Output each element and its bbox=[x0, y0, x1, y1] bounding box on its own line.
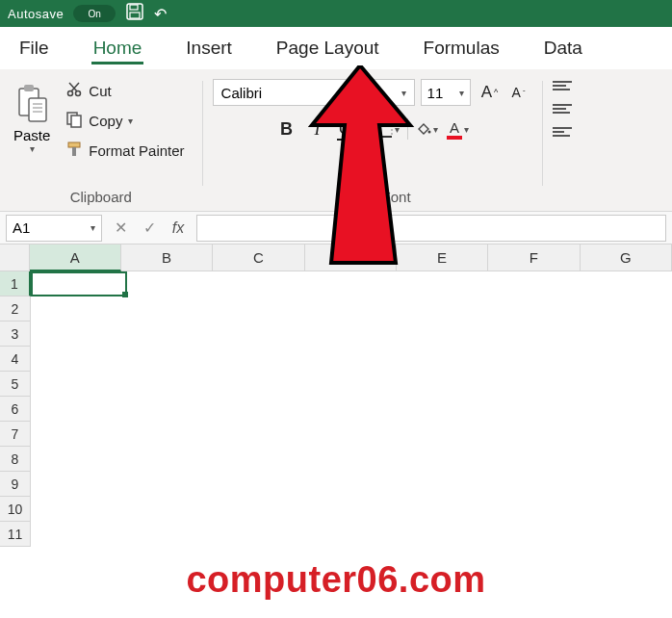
row-header[interactable]: 1 bbox=[0, 271, 31, 296]
row-header[interactable]: 2 bbox=[0, 296, 31, 322]
column-header[interactable]: B bbox=[121, 245, 213, 271]
row-header[interactable]: 8 bbox=[0, 447, 31, 472]
tab-file[interactable]: File bbox=[17, 32, 51, 64]
column-header[interactable]: E bbox=[397, 245, 488, 271]
svg-point-19 bbox=[428, 131, 431, 134]
copy-button[interactable]: Copy ▾ bbox=[60, 109, 190, 133]
paste-icon bbox=[15, 85, 48, 123]
format-painter-icon bbox=[65, 141, 83, 161]
row-header[interactable]: 5 bbox=[0, 372, 31, 397]
svg-rect-17 bbox=[376, 121, 392, 137]
chevron-down-icon: ▾ bbox=[355, 124, 360, 135]
ribbon-tabs: File Home Insert Page Layout Formulas Da… bbox=[0, 27, 672, 69]
row-headers: 1234567891011 bbox=[0, 271, 31, 547]
column-header[interactable]: G bbox=[581, 245, 672, 271]
worksheet: ABCDEFG 1234567891011 bbox=[0, 245, 672, 547]
tab-home[interactable]: Home bbox=[91, 32, 144, 64]
formula-bar: A1 ▾ ✕ ✓ fx bbox=[0, 212, 672, 245]
tab-formulas[interactable]: Formulas bbox=[422, 32, 502, 64]
row-header[interactable]: 3 bbox=[0, 322, 31, 347]
font-color-button[interactable]: A ▾ bbox=[445, 116, 472, 142]
separator bbox=[407, 118, 408, 140]
paste-button[interactable]: Paste ▾ bbox=[8, 75, 56, 163]
autosave-label: Autosave bbox=[8, 7, 64, 21]
chevron-down-icon: ▾ bbox=[401, 88, 406, 98]
column-header[interactable]: F bbox=[488, 245, 580, 271]
font-group-label: Font bbox=[251, 189, 542, 205]
align-top-button[interactable] bbox=[553, 81, 578, 98]
svg-rect-2 bbox=[130, 13, 140, 18]
svg-rect-14 bbox=[71, 116, 81, 127]
font-name-selector[interactable]: Calibri ▾ bbox=[213, 79, 415, 106]
autosave-toggle[interactable]: On bbox=[73, 5, 116, 22]
watermark-text: computer06.com bbox=[0, 559, 672, 601]
cancel-button[interactable]: ✕ bbox=[106, 215, 135, 242]
column-header[interactable]: C bbox=[213, 245, 304, 271]
increase-font-button[interactable]: A^ bbox=[477, 79, 504, 106]
decrease-font-button[interactable]: Aˇ bbox=[505, 79, 532, 106]
row-header[interactable]: 4 bbox=[0, 347, 31, 372]
enter-button[interactable]: ✓ bbox=[135, 215, 164, 242]
active-cell[interactable] bbox=[31, 271, 127, 296]
copy-label: Copy bbox=[89, 113, 122, 129]
paste-label: Paste bbox=[13, 127, 50, 143]
undo-icon[interactable]: ↶ bbox=[154, 5, 167, 23]
select-all-corner[interactable] bbox=[0, 245, 30, 271]
format-painter-button[interactable]: Format Painter bbox=[60, 139, 190, 163]
chevron-down-icon: ▾ bbox=[395, 124, 400, 135]
row-header[interactable]: 9 bbox=[0, 472, 31, 497]
align-left-button[interactable] bbox=[553, 127, 578, 144]
name-box-value: A1 bbox=[13, 219, 30, 236]
tab-data[interactable]: Data bbox=[542, 32, 584, 64]
chevron-down-icon: ▾ bbox=[459, 88, 464, 98]
name-box[interactable]: A1 ▾ bbox=[6, 215, 102, 242]
row-header[interactable]: 7 bbox=[0, 422, 31, 447]
svg-rect-5 bbox=[29, 98, 46, 121]
column-headers: ABCDEFG bbox=[0, 245, 672, 271]
svg-rect-0 bbox=[127, 4, 142, 19]
borders-button[interactable]: ▾ bbox=[375, 116, 401, 142]
format-painter-label: Format Painter bbox=[89, 142, 184, 159]
cut-button[interactable]: Cut bbox=[60, 79, 190, 103]
title-bar: Autosave On ↶ bbox=[0, 0, 672, 27]
separator bbox=[368, 118, 369, 140]
ribbon: Paste ▾ Cut Copy ▾ Format Painter C bbox=[0, 69, 672, 212]
svg-rect-1 bbox=[130, 5, 138, 10]
chevron-down-icon: ▾ bbox=[128, 116, 133, 126]
chevron-down-icon: ▾ bbox=[90, 222, 95, 233]
underline-button[interactable]: U▾ bbox=[335, 116, 362, 142]
insert-function-button[interactable]: fx bbox=[164, 215, 193, 242]
column-header[interactable]: D bbox=[305, 245, 397, 271]
clipboard-group-label: Clipboard bbox=[0, 189, 202, 205]
tab-insert[interactable]: Insert bbox=[184, 32, 234, 64]
bold-button[interactable]: B bbox=[273, 116, 300, 142]
svg-rect-4 bbox=[24, 85, 34, 91]
font-name-value: Calibri bbox=[221, 85, 263, 101]
group-clipboard: Paste ▾ Cut Copy ▾ Format Painter C bbox=[0, 75, 202, 211]
italic-button[interactable]: I bbox=[304, 116, 331, 142]
align-middle-button[interactable] bbox=[553, 104, 578, 121]
save-icon[interactable] bbox=[125, 2, 144, 25]
column-header[interactable]: A bbox=[30, 245, 121, 271]
font-size-value: 11 bbox=[427, 85, 444, 101]
svg-rect-15 bbox=[68, 142, 80, 147]
row-header[interactable]: 11 bbox=[0, 522, 31, 547]
cut-label: Cut bbox=[89, 83, 111, 99]
font-size-selector[interactable]: 11 ▾ bbox=[421, 79, 471, 106]
chevron-down-icon: ▾ bbox=[30, 143, 35, 154]
cells-area[interactable] bbox=[31, 271, 672, 547]
group-font: Calibri ▾ 11 ▾ A^ Aˇ B I U▾ ▾ bbox=[203, 75, 542, 211]
row-header[interactable]: 10 bbox=[0, 497, 31, 522]
tab-page-layout[interactable]: Page Layout bbox=[274, 32, 381, 64]
chevron-down-icon: ▾ bbox=[433, 124, 438, 135]
chevron-down-icon: ▾ bbox=[464, 124, 469, 135]
formula-input[interactable] bbox=[196, 215, 666, 242]
svg-rect-16 bbox=[72, 147, 76, 156]
row-header[interactable]: 6 bbox=[0, 397, 31, 422]
scissors-icon bbox=[65, 81, 83, 101]
group-alignment bbox=[543, 75, 587, 211]
copy-icon bbox=[65, 111, 83, 131]
fill-color-button[interactable]: ▾ bbox=[414, 116, 441, 142]
